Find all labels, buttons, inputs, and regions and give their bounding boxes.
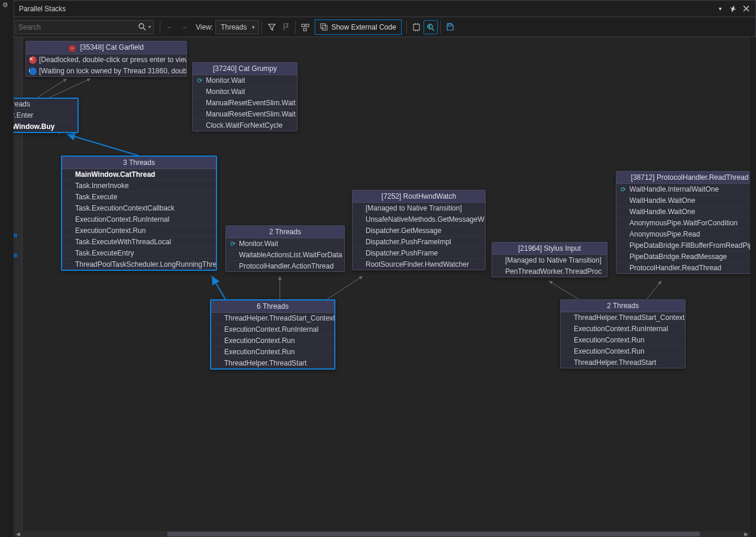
search-input[interactable] [18,23,138,31]
thread-icon: ⟳ [228,240,237,248]
stack-node-header[interactable]: [21964] Stylus Input [492,242,607,255]
horizontal-scrollbar[interactable]: ◀ ▶ [14,531,750,537]
stack-node-partial[interactable]: reads r.Enter Window.Buy [14,98,79,133]
stack-node-header[interactable]: [38712] ProtocolHandler.ReadThread [616,172,750,184]
dropdown-icon[interactable]: ▾ [715,4,725,14]
stack-frame[interactable]: Task.ExecuteEntry [62,248,216,259]
stack-frame[interactable]: ExecutionContext.Run [561,346,685,357]
toggle-view-icon[interactable] [298,20,312,34]
stack-frame[interactable]: ✕ [Deadlocked, double-click or press ent… [26,54,186,66]
scrollbar-thumb[interactable] [167,532,700,536]
canvas[interactable]: reads r.Enter Window.Buy − [35348] Cat G… [14,37,750,532]
stack-frame[interactable]: [Managed to Native Transition] [492,255,607,266]
stack-frame[interactable]: WaitHandle.WaitOne [616,195,750,206]
stack-node-3threads[interactable]: 3 Threads MainWindow.CatThread Task.Inne… [61,156,217,271]
stack-frame[interactable]: AnonymousPipe.Read [616,229,750,240]
stack-frame[interactable]: UnsafeNativeMethods.GetMessageW [353,214,485,225]
stack-node-protocolread[interactable]: [38712] ProtocolHandler.ReadThread ⟳ Wai… [616,171,750,274]
stack-frame[interactable]: Dispatcher.PushFrameImpl [353,237,485,248]
stack-node-garfield[interactable]: − [35348] Cat Garfield ✕ [Deadlocked, do… [25,41,187,77]
window-title: Parallel Stacks [19,5,66,13]
close-icon[interactable] [741,4,751,14]
stack-node-2threads-mid[interactable]: 2 Threads ⟳ Monitor.Wait WaitableActions… [225,225,345,272]
stack-node-stylus[interactable]: [21964] Stylus Input [Managed to Native … [492,242,608,277]
search-input-wrap[interactable]: ▾ [15,20,154,34]
stack-frame[interactable]: ⟳ Monitor.Wait [226,238,344,250]
autoscroll-icon[interactable] [424,20,438,34]
stack-frame[interactable]: PipeDataBridge.FillBufferFromReadPipe [616,240,750,251]
stack-frame[interactable]: Task.InnerInvoke [62,180,216,192]
stack-frame[interactable]: Dispatcher.GetMessage [353,225,485,237]
stack-frame[interactable]: Dispatcher.PushFrame [353,248,485,259]
view-select[interactable]: Threads [215,20,259,34]
stack-frame[interactable]: ExecutionContext.Run [211,347,334,358]
stack-frame[interactable]: Monitor.Wait [193,86,297,98]
stack-node-2threads-right[interactable]: 2 Threads ThreadHelper.ThreadStart_Conte… [560,299,686,368]
scroll-right-icon[interactable]: ▶ [742,531,750,537]
stack-frame[interactable]: ExecutionContext.RunInternal [211,324,334,335]
stack-frame[interactable]: ExecutionContext.Run [561,335,685,346]
stack-frame[interactable]: ⟳ Monitor.Wait [193,75,297,86]
stack-frame[interactable]: r.Enter [14,110,77,121]
stack-frame[interactable]: [Managed to Native Transition] [353,203,485,214]
stack-frame[interactable]: Clock.WaitForNextCycle [193,120,297,131]
stack-frame[interactable]: PenThreadWorker.ThreadProc [492,266,607,277]
save-icon[interactable] [443,20,457,34]
scroll-left-icon[interactable]: ◀ [14,531,22,537]
stack-node-grumpy[interactable]: [37240] Cat Grumpy ⟳ Monitor.Wait Monito… [192,62,298,131]
stack-frame[interactable]: ThreadPoolTaskScheduler.LongRunningThre.… [62,259,216,270]
stack-frame[interactable]: Task.ExecutionContextCallback [62,203,216,214]
stack-frame[interactable]: RootSourceFinder.HwndWatcher [353,259,485,270]
stack-frame[interactable]: ⟳ WaitHandle.InternalWaitOne [616,184,750,195]
stack-frame[interactable]: ThreadHelper.ThreadStart [211,358,334,368]
stack-frame[interactable]: ProtocolHandler.ActionThread [226,261,344,271]
nav-back-icon[interactable]: ← [163,20,177,34]
stack-frame[interactable]: i [Waiting on lock owned by Thread 31860… [26,66,186,76]
stack-frame[interactable]: ExecutionContext.Run [211,335,334,347]
search-icon[interactable] [138,23,146,31]
error-icon: ✕ [29,56,37,64]
stack-node-6threads[interactable]: 6 Threads ThreadHelper.ThreadStart_Conte… [210,299,335,370]
stack-node-header[interactable]: 2 Threads [226,226,344,238]
stack-frame[interactable]: ManualResetEventSlim.Wait [193,109,297,120]
thread-icon: ⟳ [619,185,627,193]
stack-node-header[interactable]: 2 Threads [561,300,685,312]
stack-frame[interactable]: ThreadHelper.ThreadStart_Context [561,312,685,324]
gear-icon[interactable]: ⚙ [2,1,8,9]
stack-frame[interactable]: MainWindow.CatThread [62,169,216,180]
nav-forward-icon[interactable]: → [177,20,191,34]
stack-frame[interactable]: ExecutionContext.RunInternal [561,324,685,335]
stack-frame[interactable]: ExecutionContext.RunInternal [62,214,216,225]
stack-frame[interactable]: WaitHandle.WaitOne [616,206,750,218]
svg-rect-2 [306,24,309,27]
stack-frame-label: [Waiting on lock owned by Thread 31860, … [39,67,186,75]
stack-frame[interactable]: WaitableActionsList.WaitForData [226,250,344,261]
show-external-code-label: Show External Code [331,23,396,31]
stack-frame[interactable]: Task.Execute [62,192,216,203]
stack-node-header[interactable]: [7252] RootHwndWatch [353,190,485,203]
stack-node-roothwnd[interactable]: [7252] RootHwndWatch [Managed to Native … [352,190,486,270]
show-external-code-toggle[interactable]: Show External Code [315,20,401,35]
stack-node-header[interactable]: − [35348] Cat Garfield [26,41,186,54]
flag-icon[interactable] [279,20,293,34]
stack-node-header[interactable]: 3 Threads [62,157,216,169]
stack-frame[interactable]: ExecutionContext.Run [62,225,216,237]
toolbar: ▾ ← → View: Threads Show External Code [14,17,756,37]
search-dropdown-icon[interactable]: ▾ [148,24,151,30]
stack-node-header[interactable]: [37240] Cat Grumpy [193,63,297,75]
stack-node-header[interactable]: 6 Threads [211,300,334,313]
zoom-fit-icon[interactable] [409,20,424,34]
pin-icon[interactable] [728,4,738,14]
stack-frame[interactable]: AnonymousPipe.WaitForCondition [616,218,750,229]
stack-frame[interactable]: Task.ExecuteWithThreadLocal [62,237,216,248]
stack-frame[interactable]: PipeDataBridge.ReadMessage [616,251,750,263]
stack-frame[interactable]: ThreadHelper.ThreadStart [561,357,685,368]
stack-frame[interactable]: reads [14,99,77,110]
stack-frame[interactable]: ProtocolHandler.ReadThread [616,263,750,273]
filter-icon[interactable] [264,20,279,34]
stack-frame[interactable]: ThreadHelper.ThreadStart_Context [211,313,334,324]
stack-frame[interactable]: ManualResetEventSlim.Wait [193,98,297,109]
stack-icon [320,23,328,31]
stack-node-title: [35348] Cat Garfield [80,43,143,51]
stack-frame[interactable]: Window.Buy [14,121,77,132]
